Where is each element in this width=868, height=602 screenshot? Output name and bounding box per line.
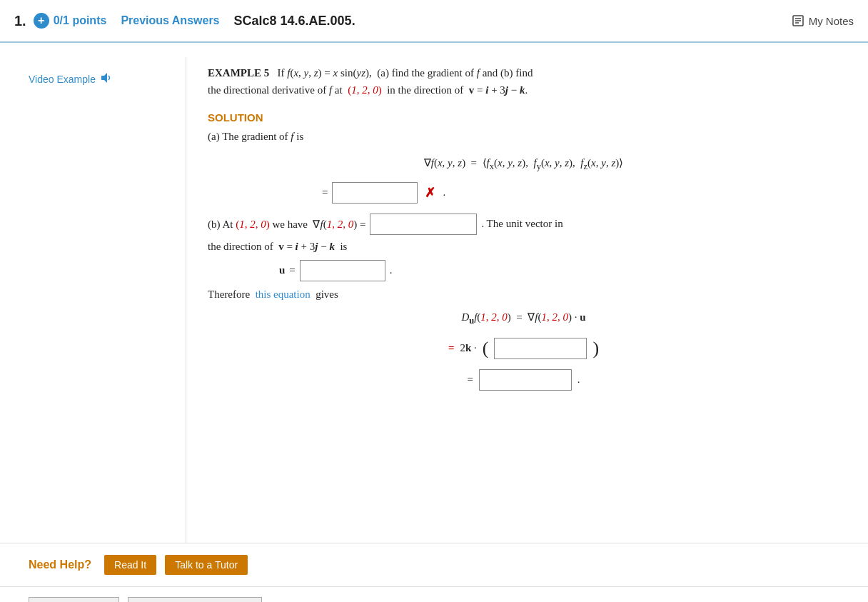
right-paren: ) [592, 339, 599, 358]
speaker-icon [100, 71, 113, 86]
2k-row: = 2k · ( ) [208, 338, 839, 359]
my-notes-button[interactable]: My Notes [792, 14, 854, 27]
solution-text: (a) The gradient of f is [208, 128, 839, 146]
this-equation-link[interactable]: this equation [256, 289, 311, 300]
example-label: EXAMPLE 5 [208, 67, 269, 79]
submit-answer-button[interactable]: Submit Answer [29, 597, 119, 602]
u-input-row: u = . [279, 260, 839, 281]
part-a-label: (a) The gradient of f is [208, 128, 839, 146]
svg-marker-4 [101, 73, 107, 83]
left-panel: Video Example [0, 57, 186, 543]
final-row: = . [208, 369, 839, 391]
solution-label: SOLUTION [208, 111, 839, 124]
gradient-input-1[interactable] [332, 182, 418, 204]
part-b-row: (b) At (1, 2, 0) we have ∇f(1, 2, 0) = .… [208, 214, 839, 235]
2k-input[interactable] [494, 338, 587, 359]
talk-to-tutor-button[interactable]: Talk to a Tutor [165, 555, 248, 575]
error-icon-1: ✗ [425, 185, 435, 201]
practice-another-button[interactable]: Practice Another Version [128, 597, 261, 602]
part-b-label: (b) At (1, 2, 0) we have ∇f(1, 2, 0) = [208, 218, 365, 231]
footer-bar: Submit Answer Practice Another Version [0, 586, 868, 602]
left-paren: ( [483, 339, 489, 358]
notes-icon [792, 14, 804, 27]
unit-vector-label: . The unit vector in [481, 218, 562, 230]
video-example-link[interactable]: Video Example [29, 71, 171, 86]
previous-answers-link[interactable]: Previous Answers [121, 14, 219, 27]
final-period: . [577, 373, 580, 386]
period-1: . [443, 186, 445, 199]
period-2: . [390, 264, 393, 276]
help-section: Need Help? Read It Talk to a Tutor [0, 543, 868, 586]
2k-label: 2k · [460, 342, 476, 354]
final-equals: = [467, 373, 473, 386]
input-row-1: = ✗ . [322, 182, 839, 204]
example-title: EXAMPLE 5 If f(x, y, z) = x sin(yz), (a)… [208, 64, 839, 99]
right-panel: EXAMPLE 5 If f(x, y, z) = x sin(yz), (a)… [186, 57, 868, 543]
problem-number: 1. [14, 13, 26, 29]
u-input[interactable] [300, 260, 385, 281]
du-formula: Duf(1, 2, 0) = ∇f(1, 2, 0) · u [208, 311, 839, 326]
video-example-label: Video Example [29, 74, 96, 85]
therefore-row: Therefore this equation gives [208, 289, 839, 301]
final-input[interactable] [479, 369, 572, 391]
top-bar: 1. + 0/1 points Previous Answers SCalc8 … [0, 0, 868, 43]
read-it-button[interactable]: Read It [104, 555, 156, 575]
need-help-label: Need Help? [29, 558, 91, 571]
add-icon: + [34, 13, 49, 29]
equals-sign-1: = [322, 186, 328, 199]
gradient-formula: ∇f(x, y, z) = ⟨fx(x, y, z), fy(x, y, z),… [208, 156, 839, 172]
direction-text: the direction of v = i + 3j − k is [208, 241, 839, 253]
equals-2k: = [448, 342, 455, 354]
points-label: 0/1 points [54, 14, 107, 27]
my-notes-label: My Notes [809, 15, 854, 27]
gradient-input-2[interactable] [370, 214, 477, 235]
main-content: Video Example EXAMPLE 5 If f(x, y, z) = … [0, 43, 868, 543]
problem-id: SCalc8 14.6.AE.005. [234, 14, 792, 29]
